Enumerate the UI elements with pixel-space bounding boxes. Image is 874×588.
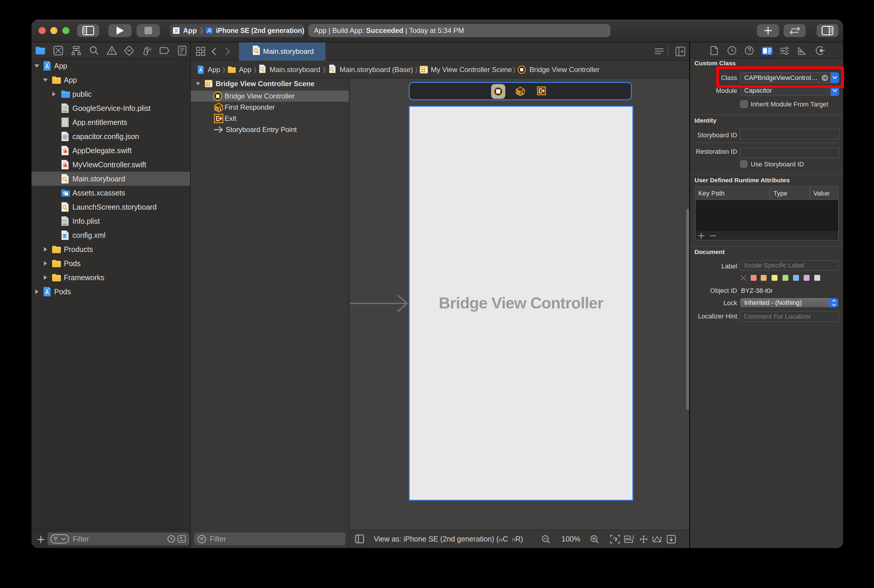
- svg-text:1: 1: [521, 92, 523, 96]
- svg-text:1: 1: [220, 108, 221, 112]
